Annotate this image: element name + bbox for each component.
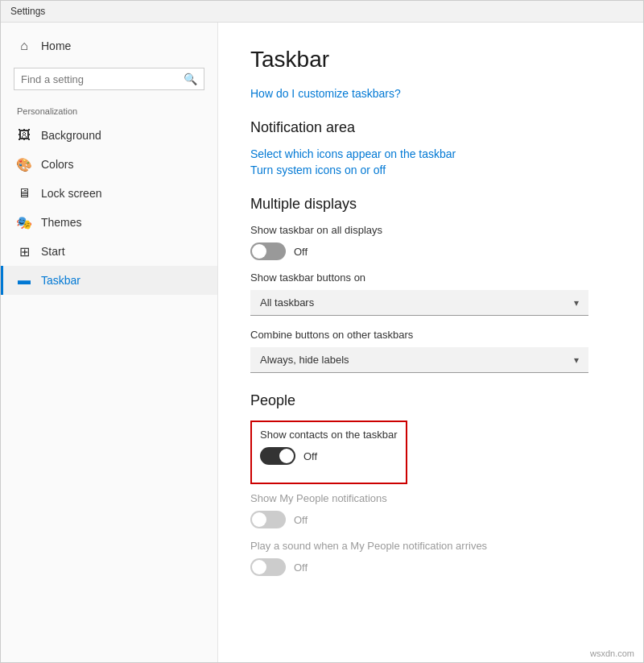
sidebar-item-label: Background — [41, 129, 101, 142]
sidebar-item-label: Colors — [41, 158, 73, 171]
multiple-displays-title: Multiple displays — [250, 196, 611, 213]
watermark: wsxdn.com — [590, 648, 634, 658]
sidebar-item-label: Lock screen — [41, 187, 101, 200]
notification-area-title: Notification area — [250, 119, 611, 136]
taskbar-buttons-dropdown[interactable]: All taskbars ▾ — [250, 290, 588, 316]
search-input[interactable] — [21, 73, 179, 85]
colors-icon: 🎨 — [17, 157, 31, 172]
search-icon[interactable]: 🔍 — [184, 73, 197, 85]
sound-notification-row: Off — [250, 558, 611, 576]
sidebar-section-label: Personalization — [1, 97, 217, 121]
sidebar-item-background[interactable]: 🖼 Background — [1, 121, 217, 150]
sidebar-item-label: Start — [41, 245, 65, 258]
home-icon: ⌂ — [17, 39, 31, 53]
taskbar-buttons-value: All taskbars — [260, 296, 314, 309]
combine-buttons-dropdown-row: Combine buttons on other taskbars Always… — [250, 329, 611, 373]
sound-notification-label: Play a sound when a My People notificati… — [250, 540, 611, 552]
title-bar: Settings — [1, 1, 643, 23]
sidebar: ⌂ Home 🔍 Personalization 🖼 Background 🎨 … — [1, 23, 218, 662]
taskbar-icon: ▬ — [17, 273, 31, 288]
sidebar-item-colors[interactable]: 🎨 Colors — [1, 150, 217, 179]
show-all-displays-row: Off — [250, 242, 611, 260]
chevron-down-icon: ▾ — [574, 354, 579, 366]
main-content: Taskbar How do I customize taskbars? Not… — [218, 23, 643, 662]
my-people-notifications-label: Show My People notifications — [250, 492, 611, 504]
show-contacts-label: Show contacts on the taskbar — [260, 429, 398, 441]
sound-notification-state: Off — [294, 561, 308, 574]
show-all-displays-label: Show taskbar on all displays — [250, 224, 611, 236]
taskbar-buttons-dropdown-row: Show taskbar buttons on All taskbars ▾ — [250, 271, 611, 316]
sidebar-item-themes[interactable]: 🎭 Themes — [1, 208, 217, 237]
sidebar-item-home[interactable]: ⌂ Home — [1, 31, 217, 61]
search-box[interactable]: 🔍 — [14, 68, 204, 90]
background-icon: 🖼 — [17, 128, 31, 143]
combine-buttons-value: Always, hide labels — [260, 354, 349, 366]
show-all-displays-state: Off — [294, 246, 308, 258]
taskbar-buttons-label: Show taskbar buttons on — [250, 271, 611, 284]
my-people-notifications-toggle[interactable] — [250, 511, 286, 528]
show-contacts-toggle[interactable] — [260, 447, 295, 465]
sidebar-item-label: Taskbar — [41, 274, 80, 287]
lock-screen-icon: 🖥 — [17, 186, 31, 201]
show-all-displays-toggle[interactable] — [250, 242, 286, 260]
sidebar-home-label: Home — [41, 39, 71, 52]
turn-system-icons-link[interactable]: Turn system icons on or off — [250, 164, 611, 176]
show-contacts-row: Off — [260, 447, 398, 465]
start-icon: ⊞ — [17, 244, 31, 259]
sidebar-item-label: Themes — [41, 216, 82, 229]
select-icons-link[interactable]: Select which icons appear on the taskbar — [250, 147, 611, 160]
chevron-down-icon: ▾ — [574, 297, 579, 309]
themes-icon: 🎭 — [17, 215, 31, 230]
sidebar-item-taskbar[interactable]: ▬ Taskbar — [1, 266, 217, 295]
title-bar-label: Settings — [10, 6, 45, 17]
my-people-notifications-row: Off — [250, 511, 611, 528]
people-title: People — [250, 392, 611, 409]
sound-notification-toggle[interactable] — [250, 558, 286, 576]
combine-buttons-label: Combine buttons on other taskbars — [250, 329, 611, 341]
show-contacts-highlighted: Show contacts on the taskbar Off — [250, 421, 407, 484]
page-title: Taskbar — [250, 47, 611, 73]
combine-buttons-dropdown[interactable]: Always, hide labels ▾ — [250, 347, 588, 373]
how-to-link[interactable]: How do I customize taskbars? — [250, 87, 611, 100]
show-contacts-state: Off — [303, 450, 317, 462]
my-people-notifications-state: Off — [294, 514, 308, 526]
sidebar-item-start[interactable]: ⊞ Start — [1, 237, 217, 266]
sidebar-item-lock-screen[interactable]: 🖥 Lock screen — [1, 179, 217, 208]
